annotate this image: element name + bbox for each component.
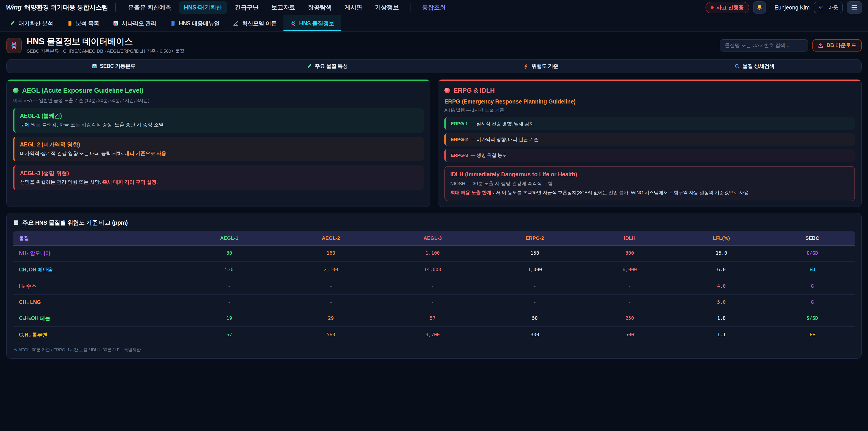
aegl3-value: 3,700: [382, 327, 484, 343]
nav-item-oil-spill[interactable]: 유출유 확산예측: [123, 1, 176, 14]
dna-icon: [290, 20, 296, 26]
aegl1-value: 19: [178, 310, 280, 327]
aegl1-value: -: [178, 278, 280, 295]
aegl-2-item: AEGL-2 (비가역적 영향) 비가역적·장기적 건강 영향 또는 대피 능력…: [13, 137, 424, 161]
tab-risk-criteria[interactable]: 위험도 기준: [434, 60, 648, 73]
lfl-value: 1.8: [673, 310, 770, 327]
book-icon: [170, 20, 176, 26]
table-row-ammonia[interactable]: NH₃ 암모니아 30 160 1,100 150 300 15.0 G/GD: [13, 245, 855, 261]
page-title-block: HNS 물질정보 데이터베이스 SEBC 거동분류 · CHRIS/CAMEO …: [27, 37, 184, 54]
notifications-button[interactable]: [753, 1, 766, 13]
sebc-class: G/GD: [770, 245, 855, 261]
table-row-methanol[interactable]: CH₃OH 메탄올 530 2,100 14,000 1,000 6,000 6…: [13, 261, 855, 278]
aegl-2-desc: 비가역적·장기적 건강 영향 또는 대피 능력 저하. 대피 기준으로 사용.: [20, 150, 418, 157]
idlh-value: 250: [586, 310, 673, 327]
criteria-panels: AEGL (Acute Exposure Guideline Level) 미국…: [6, 79, 862, 207]
nav-item-hns-dispersion[interactable]: HNS·대기확산: [179, 1, 227, 14]
incident-status-label: 사고 진행중: [716, 4, 744, 11]
substance-name: C₆H₅OH 페놀: [13, 310, 178, 327]
nav-item-rescue[interactable]: 긴급구난: [230, 1, 264, 14]
subtab-label: 대기확산 분석: [19, 20, 53, 27]
table-row-phenol[interactable]: C₆H₅OH 페놀 19 29 57 50 250 1.8 S/SD: [13, 310, 855, 327]
bar-chart-icon: [92, 63, 97, 69]
idlh-value: 300: [586, 245, 673, 261]
lfl-value: 1.1: [673, 327, 770, 343]
pen-icon: [9, 20, 16, 26]
tab-substance-detail-search[interactable]: 물질 상세검색: [648, 60, 861, 73]
ruler-icon: [233, 20, 239, 26]
sebc-class: G: [770, 278, 855, 295]
aegl2-value: 560: [280, 327, 382, 343]
erpg-section-title: ERPG (Emergency Response Planning Guidel…: [444, 98, 855, 105]
lfl-value: 15.0: [673, 245, 770, 261]
subtab-hns-substance-info[interactable]: HNS 물질정보: [283, 16, 341, 31]
aegl-panel-subtitle: 미국 EPA — 일반인 급성 노출 기준 (10분, 30분, 60분, 4시…: [13, 97, 424, 103]
subtab-label: 확산모델 이론: [242, 20, 277, 27]
subtab-hns-manual[interactable]: HNS 대응매뉴얼: [163, 16, 226, 31]
idlh-title: IDLH (Immediately Dangerous to Life or H…: [450, 171, 849, 178]
substance-name: NH₃ 암모니아: [13, 245, 178, 261]
subtab-label: 시나리오 관리: [122, 20, 156, 27]
erpg-3-row: ERPG-3 — 생명 위협 농도: [444, 149, 855, 162]
substance-name: C₇H₈ 톨루엔: [13, 327, 178, 343]
pen-icon: [307, 63, 312, 69]
aegl-3-item: AEGL-3 (생명 위협) 생명을 위협하는 건강 영향 또는 사망. 즉시 …: [13, 165, 424, 190]
erpg2-value: 300: [484, 327, 586, 343]
subtab-scenario-management[interactable]: 시나리오 관리: [106, 16, 163, 31]
bar-chart-icon: [13, 220, 19, 225]
page-header: HNS 물질정보 데이터베이스 SEBC 거동분류 · CHRIS/CAMEO …: [0, 32, 868, 58]
aegl3-value: 1,100: [382, 245, 484, 261]
aegl1-value: 530: [178, 261, 280, 278]
sub-navigation: 대기확산 분석 분석 목록 시나리오 관리 HNS 대응매뉴얼 확산모델 이론 …: [0, 16, 868, 32]
col-substance: 물질: [13, 231, 178, 245]
sebc-class: S/SD: [770, 310, 855, 327]
substance-search-input[interactable]: [720, 39, 808, 52]
erpg-2-row: ERPG-2 — 비가역적 영향, 대피 판단 기준: [444, 133, 855, 146]
logout-button[interactable]: 로그아웃: [814, 2, 843, 13]
erpg2-value: 50: [484, 310, 586, 327]
status-dot-icon: [711, 6, 714, 9]
erpg2-value: 1,000: [484, 261, 586, 278]
nav-item-aerial-search[interactable]: 항공탐색: [303, 1, 337, 14]
nav-item-board[interactable]: 게시판: [339, 1, 367, 14]
tab-sebc-classification[interactable]: SEBC 거동분류: [7, 60, 220, 73]
aegl1-value: -: [178, 295, 280, 310]
subtab-label: HNS 대응매뉴얼: [179, 20, 219, 27]
lfl-value: 5.0: [673, 295, 770, 310]
sebc-class: FE: [770, 327, 855, 343]
idlh-value: 500: [586, 327, 673, 343]
erpg-panel-title: ERPG & IDLH: [454, 87, 495, 94]
aegl-panel-title: AEGL (Acute Exposure Guideline Level): [22, 87, 143, 94]
table-row-lng[interactable]: CH₄ LNG - - - - - 5.0 G: [13, 295, 855, 310]
section-tab-bar: SEBC 거동분류 주요 물질 특성 위험도 기준 물질 상세검색: [6, 59, 862, 73]
aegl2-value: -: [280, 278, 382, 295]
nav-item-reports[interactable]: 보고자료: [266, 1, 300, 14]
risk-comparison-table: 물질 AEGL-1 AEGL-2 AEGL-3 ERPG-2 IDLH LFL(…: [13, 231, 855, 343]
aegl1-value: 67: [178, 327, 280, 343]
subtab-dispersion-model-theory[interactable]: 확산모델 이론: [226, 16, 283, 31]
nav-item-integrated-search[interactable]: 통합조회: [417, 1, 451, 14]
erpg-panel-header: ERPG & IDLH: [444, 87, 855, 94]
tab-label: 위험도 기준: [532, 63, 558, 70]
substance-name: CH₃OH 메탄올: [13, 261, 178, 278]
menu-button[interactable]: [847, 1, 862, 13]
aegl2-value: 2,100: [280, 261, 382, 278]
erpg-3-text: — 생명 위협 농도: [471, 152, 507, 158]
table-row-toluene[interactable]: C₇H₈ 톨루엔 67 560 3,700 300 500 1.1 FE: [13, 327, 855, 343]
erpg-1-row: ERPG-1 — 일시적 건강 영향, 냄새 감지: [444, 117, 855, 130]
table-title: 주요 HNS 물질별 위험도 기준 비교 (ppm): [22, 219, 128, 227]
db-download-button[interactable]: DB 다운로드: [812, 39, 862, 52]
col-aegl-1: AEGL-1: [178, 231, 280, 245]
tab-key-substance-properties[interactable]: 주요 물질 특성: [220, 60, 434, 73]
bolt-icon: [524, 63, 529, 69]
erpg-2-label: ERPG-2: [451, 137, 468, 142]
table-row-hydrogen[interactable]: H₂ 수소 - - - - - 4.0 G: [13, 278, 855, 295]
aegl-1-item: AEGL-1 (불쾌감) 눈에 띄는 불쾌감, 자극 또는 비감각적 증상. 노…: [13, 108, 424, 133]
divider: [115, 3, 116, 11]
main-menu: 유출유 확산예측 HNS·대기확산 긴급구난 보고자료 항공탐색 게시판 기상정…: [123, 1, 451, 14]
subtab-dispersion-analysis[interactable]: 대기확산 분석: [3, 16, 60, 31]
lfl-value: 6.0: [673, 261, 770, 278]
nav-item-weather[interactable]: 기상정보: [370, 1, 404, 14]
subtab-analysis-list[interactable]: 분석 목록: [60, 16, 106, 31]
incident-status-badge[interactable]: 사고 진행중: [706, 2, 749, 13]
